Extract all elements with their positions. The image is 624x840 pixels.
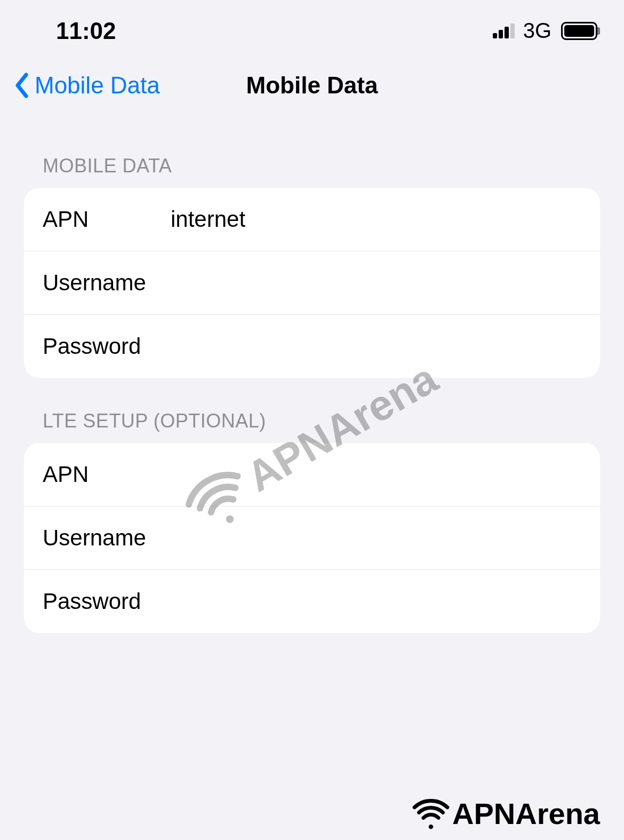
row-label-lte-apn: APN [43, 462, 171, 487]
username-input[interactable] [171, 270, 581, 296]
row-lte-apn[interactable]: APN [24, 443, 600, 506]
watermark-bottom: APNArena [412, 795, 600, 832]
row-label-password: Password [43, 334, 171, 359]
cellular-signal-icon [493, 23, 515, 38]
lte-password-input[interactable] [171, 589, 581, 614]
row-label-lte-username: Username [43, 525, 171, 551]
section-header-mobile-data: MOBILE DATA [24, 112, 600, 188]
chevron-back-icon [13, 73, 29, 98]
wifi-icon [412, 795, 450, 832]
section-header-lte-setup: LTE SETUP (OPTIONAL) [24, 378, 600, 443]
settings-group-mobile-data: APN Username Password [24, 188, 600, 378]
lte-apn-input[interactable] [171, 462, 581, 487]
lte-username-input[interactable] [171, 525, 581, 551]
apn-input[interactable] [171, 207, 581, 232]
row-lte-username[interactable]: Username [24, 506, 600, 570]
battery-icon [561, 22, 597, 40]
back-button[interactable]: Mobile Data [13, 72, 160, 99]
password-input[interactable] [171, 334, 581, 359]
row-username[interactable]: Username [24, 251, 600, 315]
row-apn[interactable]: APN [24, 188, 600, 251]
status-indicators: 3G [493, 19, 597, 43]
row-label-apn: APN [43, 207, 171, 232]
settings-group-lte-setup: APN Username Password [24, 443, 600, 633]
navigation-bar: Mobile Data Mobile Data [0, 59, 624, 112]
network-type-label: 3G [523, 19, 551, 43]
row-label-username: Username [43, 270, 171, 296]
row-label-lte-password: Password [43, 589, 171, 614]
row-lte-password[interactable]: Password [24, 570, 600, 633]
status-time: 11:02 [56, 18, 116, 44]
page-title: Mobile Data [246, 72, 378, 99]
watermark-text: APNArena [452, 796, 600, 831]
back-label: Mobile Data [35, 72, 160, 99]
row-password[interactable]: Password [24, 315, 600, 378]
status-bar: 11:02 3G [0, 0, 624, 59]
content-area: MOBILE DATA APN Username Password LTE SE… [0, 112, 624, 633]
